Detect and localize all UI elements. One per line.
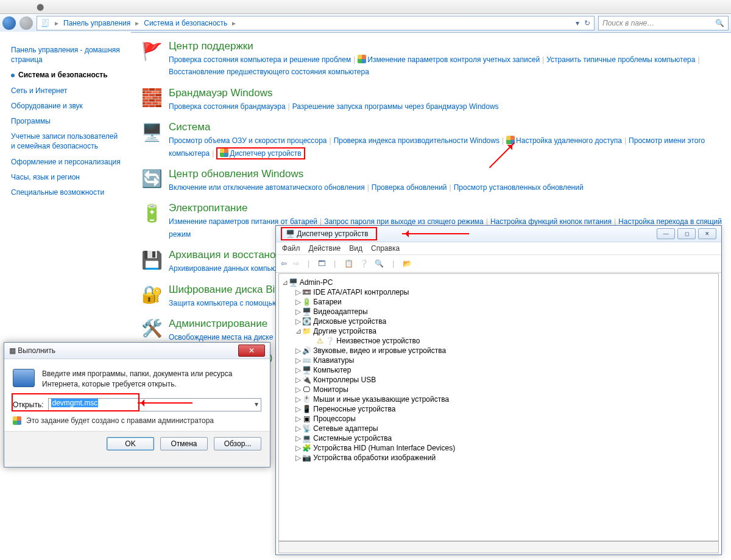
category-link[interactable]: Устранить типичные проблемы компьютера — [546, 55, 695, 64]
tree-root[interactable]: ⊿🖥️ Admin-PC — [281, 278, 716, 287]
category-icon: 🔐 — [141, 284, 163, 306]
dropdown-icon[interactable]: ▾ — [576, 19, 579, 27]
menu-item[interactable]: Справка — [371, 244, 400, 253]
tree-node[interactable]: ▷📱 Переносные устройства — [281, 404, 716, 414]
tree-node[interactable]: ▷▣ Процессоры — [281, 414, 716, 424]
sidebar-item[interactable]: Часы, язык и регион — [11, 172, 124, 182]
category-title[interactable]: Брандмауэр Windows — [169, 87, 499, 99]
minimize-button[interactable]: — — [657, 228, 675, 239]
forward-button[interactable] — [19, 16, 33, 30]
browser-tabs: ⬤ — [0, 0, 731, 14]
run-close-button[interactable]: ✕ — [238, 345, 265, 357]
breadcrumb-root[interactable]: Панель управления — [63, 19, 130, 27]
category: 🧱Брандмауэр WindowsПроверка состояния бр… — [141, 87, 724, 113]
category-link[interactable]: Проверка индекса производительности Wind… — [334, 136, 500, 145]
tree-node[interactable]: ▷🔊 Звуковые, видео и игровые устройства — [281, 346, 716, 355]
run-ok-button[interactable]: OK — [107, 437, 154, 450]
category-link[interactable]: Разрешение запуска программы через бранд… — [292, 102, 499, 111]
menu-item[interactable]: Действие — [309, 244, 341, 253]
sidebar-item[interactable]: Оборудование и звук — [11, 101, 124, 111]
maximize-button[interactable]: ◻ — [677, 228, 696, 239]
category-link[interactable]: Проверка состояния компьютера и решение … — [169, 55, 351, 64]
tree-node[interactable]: ▷📷 Устройства обработки изображений — [281, 453, 716, 463]
tree-node[interactable]: ▷📼 IDE ATA/ATAPI контроллеры — [281, 287, 716, 297]
sidebar-item[interactable]: Программы — [11, 116, 124, 126]
menu-item[interactable]: Вид — [349, 244, 362, 253]
category-link[interactable]: Изменение параметров контроля учетных за… — [367, 55, 540, 64]
run-description: Введите имя программы, папки, документа … — [42, 369, 261, 390]
close-button[interactable]: ✕ — [698, 228, 716, 239]
tb-icon[interactable]: 📂 — [403, 259, 412, 268]
menu-item[interactable]: Файл — [282, 244, 300, 253]
explorer-nav: 🧾 ▸ Панель управления ▸ Система и безопа… — [0, 14, 731, 33]
category-link[interactable]: Проверка обновлений — [372, 183, 447, 192]
category-title[interactable]: Система — [169, 121, 724, 133]
tb-icon[interactable]: 🔍 — [375, 259, 384, 268]
tb-icon[interactable]: 📋 — [344, 259, 353, 268]
tb-help-icon[interactable]: ❔ — [359, 259, 369, 268]
category-link[interactable]: Просмотр объема ОЗУ и скорости процессор… — [169, 136, 327, 145]
run-browse-button[interactable]: Обзор... — [214, 437, 261, 450]
run-cancel-button[interactable]: Отмена — [160, 437, 208, 450]
category-link[interactable]: Архивирование данных компьютера — [169, 264, 292, 273]
breadcrumb-section[interactable]: Система и безопасность — [144, 19, 227, 27]
category-icon: 🔄 — [141, 168, 163, 190]
control-panel-icon: 🧾 — [41, 19, 50, 27]
tab-item[interactable]: ⬤ — [37, 3, 44, 11]
category-title[interactable]: Центр обновления Windows — [169, 168, 584, 180]
tree-node[interactable]: ⊿📁 Другие устройства — [281, 326, 716, 336]
category-icon: 🧱 — [141, 87, 163, 109]
category-icon: 🚩 — [141, 40, 163, 62]
device-manager-window: 🖥️ Диспетчер устройств — ◻ ✕ ФайлДействи… — [275, 225, 722, 555]
tree-node[interactable]: ▷🖥️ Компьютер — [281, 365, 716, 375]
category-link[interactable]: Настройка удаленного доступа — [516, 136, 622, 145]
tree-leaf[interactable]: ⚠❔ Неизвестное устройство — [281, 336, 716, 346]
tb-back-icon[interactable]: ⇦ — [281, 259, 287, 268]
sidebar-item[interactable]: Учетные записи пользователей и семейная … — [11, 131, 124, 151]
tree-node[interactable]: ▷🔌 Контроллеры USB — [281, 375, 716, 385]
category-title[interactable]: Электропитание — [169, 202, 724, 214]
tree-node[interactable]: ▷💻 Системные устройства — [281, 433, 716, 443]
category-link[interactable]: Просмотр установленных обновлений — [454, 183, 584, 192]
tree-node[interactable]: ▷🔋 Батареи — [281, 297, 716, 307]
tree-node[interactable]: ▷🖥️ Видеоадаптеры — [281, 307, 716, 317]
sidebar-home[interactable]: Панель управления - домашняя страница — [11, 45, 124, 65]
sidebar-item[interactable]: Система и безопасность — [11, 70, 124, 80]
category-icon: 🔋 — [141, 202, 163, 224]
refresh-icon[interactable]: ↻ — [584, 19, 590, 27]
search-input[interactable]: Поиск в пане… 🔍 — [598, 16, 729, 30]
tree-node[interactable]: ▷🖱️ Мыши и иные указывающие устройства — [281, 394, 716, 404]
run-app-icon — [13, 369, 35, 387]
category-icon: 🛠️ — [141, 318, 163, 340]
sidebar-item[interactable]: Оформление и персонализация — [11, 157, 124, 167]
back-button[interactable] — [2, 16, 16, 30]
devmgr-menu: ФайлДействиеВидСправка — [276, 242, 721, 255]
sidebar-item[interactable]: Специальные возможности — [11, 187, 124, 197]
category-link[interactable]: Освобождение места на диске — [169, 333, 273, 341]
category-title[interactable]: Центр поддержки — [169, 40, 724, 52]
devmgr-titlebar[interactable]: 🖥️ Диспетчер устройств — ◻ ✕ — [276, 226, 721, 242]
run-titlebar[interactable]: ▦ Выполнить ✕ — [4, 343, 270, 359]
tree-node[interactable]: ▷💽 Дисковые устройства — [281, 317, 716, 326]
tree-node[interactable]: ▷📡 Сетевые адаптеры — [281, 424, 716, 433]
shield-icon — [13, 416, 21, 425]
run-open-input[interactable]: devmgmt.msc — [48, 398, 261, 411]
tree-node[interactable]: ▷⌨️ Клавиатуры — [281, 355, 716, 365]
addressbar[interactable]: 🧾 ▸ Панель управления ▸ Система и безопа… — [37, 16, 595, 30]
device-tree[interactable]: ⊿🖥️ Admin-PC▷📼 IDE ATA/ATAPI контроллеры… — [278, 273, 719, 541]
category-icon: 🖥️ — [141, 121, 163, 143]
category-link[interactable]: Проверка состояния брандмауэра — [169, 102, 286, 111]
search-icon[interactable]: 🔍 — [715, 19, 724, 27]
run-open-label: Открыть: — [13, 401, 43, 409]
devmgr-statusbar — [278, 541, 719, 553]
tree-node[interactable]: ▷🧩 Устройства HID (Human Interface Devic… — [281, 443, 716, 453]
annotation-arrow — [138, 402, 192, 404]
tb-icon[interactable]: 🗔 — [318, 259, 325, 268]
category-link[interactable]: Диспетчер устройств — [230, 149, 301, 158]
tb-fwd-icon[interactable]: ⇨ — [293, 259, 299, 268]
category-link[interactable]: Восстановление предшествующего состояния… — [169, 68, 369, 76]
category-link[interactable]: Включение или отключение автоматического… — [169, 183, 365, 192]
run-admin-note: Это задание будет создано с правами адми… — [26, 416, 214, 425]
tree-node[interactable]: ▷🖵 Мониторы — [281, 385, 716, 394]
sidebar-item[interactable]: Сеть и Интернет — [11, 86, 124, 96]
